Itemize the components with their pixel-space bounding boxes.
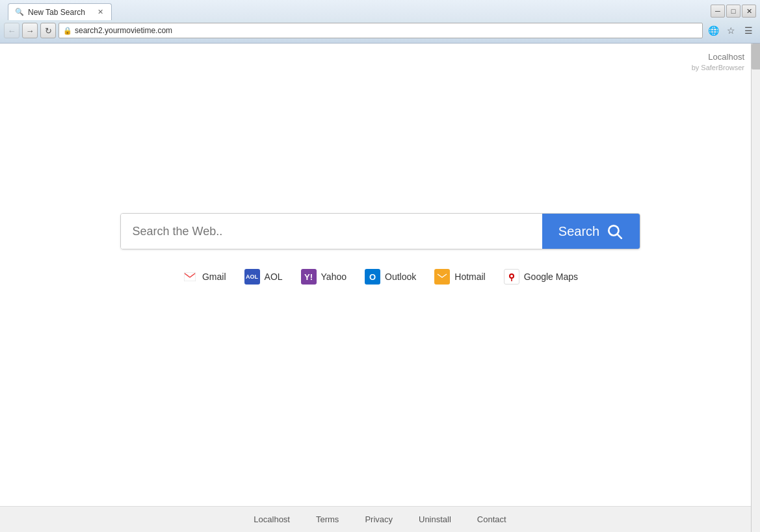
footer-privacy-link[interactable]: Privacy [365, 514, 393, 524]
address-box[interactable]: 🔒 search2.yourmovietime.com [59, 23, 703, 38]
tab-search-icon: 🔍 [15, 8, 24, 17]
outlook-label: Outlook [385, 272, 416, 282]
footer-localhost-link[interactable]: Localhost [254, 514, 290, 524]
minimize-button[interactable]: ─ [711, 5, 725, 18]
address-url: search2.yourmovietime.com [75, 26, 698, 35]
address-bar-row: ← → ↻ 🔒 search2.yourmovietime.com 🌐 ☆ ☰ [0, 19, 760, 43]
browser-content: Localhost by SaferBrowser Search [0, 44, 760, 532]
quick-links-row: Gmail AOL AOL Y! Yahoo O Outlook [182, 269, 578, 285]
hotmail-label: Hotmail [454, 272, 485, 282]
gmail-label: Gmail [202, 272, 226, 282]
search-box-row: Search [120, 213, 640, 249]
aol-icon: AOL [244, 269, 260, 285]
outlook-icon: O [365, 269, 380, 285]
maximize-button[interactable]: □ [726, 5, 740, 18]
googlemaps-label: Google Maps [524, 272, 578, 282]
yahoo-label: Yahoo [321, 272, 347, 282]
link-outlook[interactable]: O Outlook [365, 269, 416, 285]
address-lock-icon: 🔒 [63, 27, 72, 35]
search-magnifier-icon [606, 223, 623, 240]
link-yahoo[interactable]: Y! Yahoo [301, 269, 347, 285]
window-controls: ─ □ ✕ [711, 5, 756, 18]
reload-button[interactable]: ↻ [40, 23, 56, 38]
link-aol[interactable]: AOL AOL [244, 269, 283, 285]
svg-point-5 [510, 275, 513, 277]
forward-button[interactable]: → [22, 23, 38, 38]
browser-actions: 🌐 ☆ ☰ [705, 23, 756, 38]
back-button[interactable]: ← [4, 23, 20, 38]
menu-button[interactable]: ☰ [740, 23, 756, 38]
window-chrome: 🔍 New Tab Search ✕ ─ □ ✕ ← → ↻ 🔒 search2… [0, 0, 760, 44]
tab-title: New Tab Search [28, 8, 85, 17]
footer: Localhost Terms Privacy Uninstall Contac… [0, 506, 760, 532]
footer-terms-link[interactable]: Terms [316, 514, 339, 524]
localhost-main-text: Localhost [692, 51, 744, 63]
link-googlemaps[interactable]: Google Maps [504, 269, 578, 285]
search-container: Search Gmail [0, 44, 760, 506]
localhost-badge: Localhost by SaferBrowser [692, 51, 744, 73]
tab-close-button[interactable]: ✕ [96, 8, 105, 17]
title-bar: 🔍 New Tab Search ✕ ─ □ ✕ [0, 0, 760, 19]
link-hotmail[interactable]: Hotmail [434, 269, 485, 285]
footer-contact-link[interactable]: Contact [477, 514, 506, 524]
googlemaps-icon [504, 269, 519, 285]
close-button[interactable]: ✕ [742, 5, 756, 18]
footer-uninstall-link[interactable]: Uninstall [419, 514, 451, 524]
scrollbar-thumb[interactable] [752, 44, 760, 70]
scrollbar[interactable] [751, 44, 760, 532]
yahoo-icon: Y! [301, 269, 317, 285]
localhost-sub-text: by SaferBrowser [692, 63, 744, 73]
search-input[interactable] [121, 214, 542, 249]
link-gmail[interactable]: Gmail [182, 269, 226, 285]
hotmail-icon [434, 269, 450, 285]
bookmark-button[interactable]: ☆ [723, 23, 739, 38]
search-button-label: Search [558, 224, 599, 239]
aol-label: AOL [265, 272, 283, 282]
search-button[interactable]: Search [542, 214, 640, 249]
tab-bar: 🔍 New Tab Search ✕ [4, 2, 116, 20]
svg-line-1 [618, 234, 622, 238]
translate-button[interactable]: 🌐 [705, 23, 721, 38]
gmail-icon [182, 269, 198, 285]
svg-rect-3 [437, 273, 447, 281]
browser-tab[interactable]: 🔍 New Tab Search ✕ [8, 3, 112, 20]
